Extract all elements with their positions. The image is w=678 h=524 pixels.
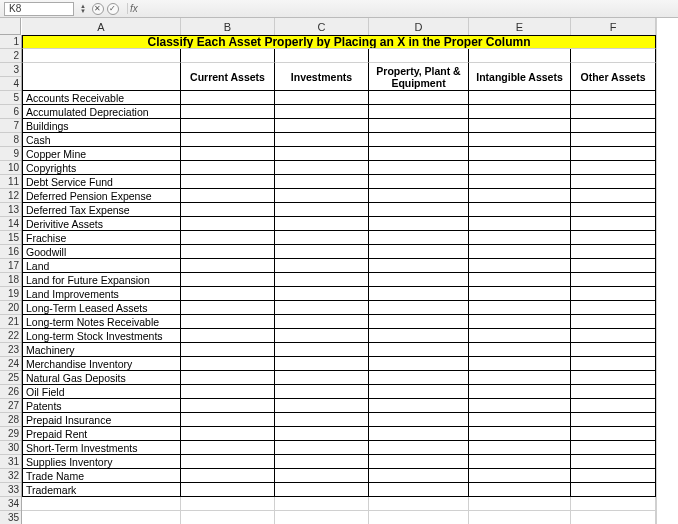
cell-F22[interactable]: [571, 329, 656, 343]
cell-D24[interactable]: [369, 357, 469, 371]
cell-E13[interactable]: [469, 203, 571, 217]
cell-E11[interactable]: [469, 175, 571, 189]
cell-E29[interactable]: [469, 427, 571, 441]
row-header-25[interactable]: 25: [0, 371, 21, 385]
cell-B9[interactable]: [181, 147, 275, 161]
cell-D27[interactable]: [369, 399, 469, 413]
cell-C30[interactable]: [275, 441, 369, 455]
cell-F17[interactable]: [571, 259, 656, 273]
asset-label[interactable]: Trademark: [22, 483, 181, 497]
cell-E26[interactable]: [469, 385, 571, 399]
cell-E6[interactable]: [469, 105, 571, 119]
cell-C15[interactable]: [275, 231, 369, 245]
cell-C19[interactable]: [275, 287, 369, 301]
col-header-F[interactable]: F: [571, 18, 656, 35]
row-header-17[interactable]: 17: [0, 259, 21, 273]
cell-B33[interactable]: [181, 483, 275, 497]
cell-E31[interactable]: [469, 455, 571, 469]
header-property-plant-equipment[interactable]: Property, Plant & Equipment: [369, 63, 469, 91]
cell-D35[interactable]: [369, 511, 469, 524]
cell-B2[interactable]: [181, 49, 275, 63]
cell-E30[interactable]: [469, 441, 571, 455]
cell-C12[interactable]: [275, 189, 369, 203]
row-header-13[interactable]: 13: [0, 203, 21, 217]
cell-C24[interactable]: [275, 357, 369, 371]
cell-E21[interactable]: [469, 315, 571, 329]
cell-D11[interactable]: [369, 175, 469, 189]
row-header-33[interactable]: 33: [0, 483, 21, 497]
header-investments[interactable]: Investments: [275, 63, 369, 91]
asset-label[interactable]: Accounts Receivable: [22, 91, 181, 105]
row-header-1[interactable]: 1: [0, 35, 21, 49]
cell-B22[interactable]: [181, 329, 275, 343]
cell-C11[interactable]: [275, 175, 369, 189]
cell-C20[interactable]: [275, 301, 369, 315]
cell-C31[interactable]: [275, 455, 369, 469]
cell-D34[interactable]: [369, 497, 469, 511]
cancel-icon[interactable]: ✕: [92, 3, 104, 15]
cell-B30[interactable]: [181, 441, 275, 455]
row-header-23[interactable]: 23: [0, 343, 21, 357]
cell-C18[interactable]: [275, 273, 369, 287]
cell-F35[interactable]: [571, 511, 656, 524]
cell-D17[interactable]: [369, 259, 469, 273]
col-header-A[interactable]: A: [22, 18, 181, 35]
asset-label[interactable]: Derivitive Assets: [22, 217, 181, 231]
cell-F20[interactable]: [571, 301, 656, 315]
cell-C23[interactable]: [275, 343, 369, 357]
row-header-16[interactable]: 16: [0, 245, 21, 259]
title-cell[interactable]: Classify Each Asset Properly by Placing …: [22, 35, 656, 49]
select-all-corner[interactable]: [0, 18, 21, 35]
col-header-E[interactable]: E: [469, 18, 571, 35]
cell-F14[interactable]: [571, 217, 656, 231]
row-header-8[interactable]: 8: [0, 133, 21, 147]
asset-label[interactable]: Goodwill: [22, 245, 181, 259]
cell-C10[interactable]: [275, 161, 369, 175]
fx-label[interactable]: fx: [127, 3, 138, 14]
cell-C6[interactable]: [275, 105, 369, 119]
cell-D32[interactable]: [369, 469, 469, 483]
name-box[interactable]: K8: [4, 2, 74, 16]
row-header-29[interactable]: 29: [0, 427, 21, 441]
asset-label[interactable]: Short-Term Investments: [22, 441, 181, 455]
cell-D2[interactable]: [369, 49, 469, 63]
cell-E33[interactable]: [469, 483, 571, 497]
col-header-B[interactable]: B: [181, 18, 275, 35]
asset-label[interactable]: Supplies Inventory: [22, 455, 181, 469]
col-header-C[interactable]: C: [275, 18, 369, 35]
row-header-9[interactable]: 9: [0, 147, 21, 161]
row-header-20[interactable]: 20: [0, 301, 21, 315]
asset-label[interactable]: Land Improvements: [22, 287, 181, 301]
cell-D5[interactable]: [369, 91, 469, 105]
asset-label[interactable]: Deferred Tax Expense: [22, 203, 181, 217]
cell-E23[interactable]: [469, 343, 571, 357]
cell-B24[interactable]: [181, 357, 275, 371]
cell-B16[interactable]: [181, 245, 275, 259]
cell-D30[interactable]: [369, 441, 469, 455]
cell-B28[interactable]: [181, 413, 275, 427]
cell-B14[interactable]: [181, 217, 275, 231]
cell-D28[interactable]: [369, 413, 469, 427]
cell-F26[interactable]: [571, 385, 656, 399]
cell-E28[interactable]: [469, 413, 571, 427]
row-header-14[interactable]: 14: [0, 217, 21, 231]
cell-D15[interactable]: [369, 231, 469, 245]
asset-label[interactable]: Natural Gas Deposits: [22, 371, 181, 385]
cell-C5[interactable]: [275, 91, 369, 105]
asset-label[interactable]: Long-Term Leased Assets: [22, 301, 181, 315]
cell-B13[interactable]: [181, 203, 275, 217]
asset-label[interactable]: Copper Mine: [22, 147, 181, 161]
cell-D21[interactable]: [369, 315, 469, 329]
asset-label[interactable]: Debt Service Fund: [22, 175, 181, 189]
cell-D9[interactable]: [369, 147, 469, 161]
cell-E22[interactable]: [469, 329, 571, 343]
row-header-35[interactable]: 35: [0, 511, 21, 524]
cell-B34[interactable]: [181, 497, 275, 511]
asset-label[interactable]: Land for Future Expansion: [22, 273, 181, 287]
cell-B23[interactable]: [181, 343, 275, 357]
cell-D8[interactable]: [369, 133, 469, 147]
cell-A35[interactable]: [22, 511, 181, 524]
cell-C27[interactable]: [275, 399, 369, 413]
cell-F21[interactable]: [571, 315, 656, 329]
cell-C9[interactable]: [275, 147, 369, 161]
